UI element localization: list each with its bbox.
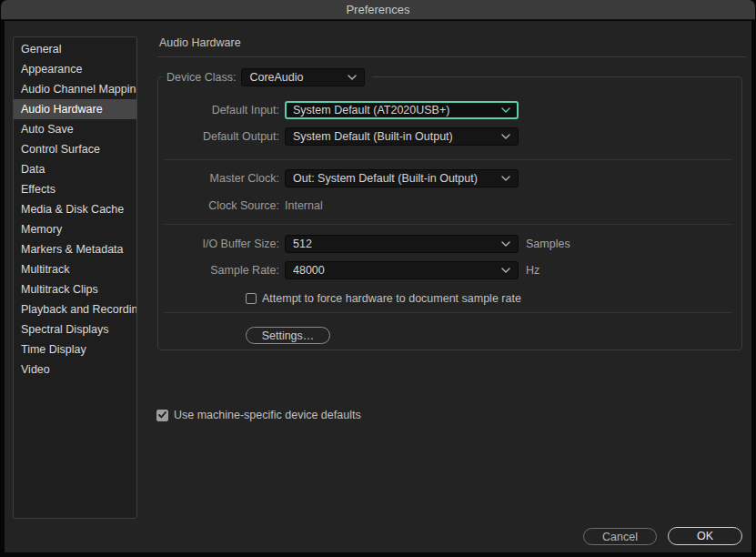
io-buffer-size-label: I/O Buffer Size: — [161, 235, 279, 253]
sidebar-item-appearance[interactable]: Appearance — [14, 59, 136, 79]
default-input-dropdown[interactable]: System Default (AT2020USB+) — [285, 101, 519, 119]
window-title: Preferences — [346, 3, 409, 16]
master-clock-dropdown[interactable]: Out: System Default (Built-in Output) — [285, 169, 519, 187]
chevron-down-icon — [501, 134, 510, 139]
force-sample-rate-label: Attempt to force hardware to document sa… — [262, 292, 521, 305]
default-output-value: System Default (Built-in Output) — [293, 130, 453, 143]
sidebar-item-spectral-displays[interactable]: Spectral Displays — [14, 319, 136, 339]
sidebar-item-audio-channel-mapping[interactable]: Audio Channel Mapping — [14, 79, 136, 99]
device-class-dropdown[interactable]: CoreAudio — [241, 68, 365, 86]
ok-button[interactable]: OK — [668, 527, 742, 545]
io-buffer-size-dropdown[interactable]: 512 — [285, 235, 519, 253]
chevron-down-icon — [501, 268, 510, 273]
machine-defaults-checkbox-row[interactable]: Use machine-specific device defaults — [156, 409, 361, 421]
default-output-dropdown[interactable]: System Default (Built-in Output) — [285, 127, 519, 146]
window-titlebar[interactable]: Preferences — [1, 0, 755, 20]
sidebar-item-video[interactable]: Video — [14, 360, 136, 380]
default-output-label: Default Output: — [161, 127, 279, 146]
master-clock-value: Out: System Default (Built-in Output) — [293, 172, 478, 185]
device-class-value: CoreAudio — [249, 71, 303, 84]
chevron-down-icon — [501, 241, 510, 247]
master-clock-label: Master Clock: — [161, 169, 279, 187]
chevron-down-icon — [501, 107, 510, 113]
sidebar-item-memory[interactable]: Memory — [14, 219, 136, 239]
sidebar-item-time-display[interactable]: Time Display — [14, 339, 136, 360]
clock-source-label: Clock Source: — [161, 197, 279, 215]
sidebar-item-markers-metadata[interactable]: Markers & Metadata — [14, 239, 136, 259]
title-divider — [157, 56, 746, 57]
cancel-button[interactable]: Cancel — [583, 528, 657, 545]
sidebar-item-playback-recording[interactable]: Playback and Recording — [14, 299, 136, 319]
page-title: Audio Hardware — [159, 36, 241, 49]
sample-rate-dropdown[interactable]: 48000 — [285, 261, 519, 279]
sample-rate-value: 48000 — [293, 264, 325, 277]
sidebar-item-media-disk-cache[interactable]: Media & Disk Cache — [14, 199, 136, 219]
chevron-down-icon — [501, 176, 510, 181]
check-icon — [158, 411, 166, 419]
sidebar-item-audio-hardware[interactable]: Audio Hardware — [14, 99, 136, 119]
sidebar-item-auto-save[interactable]: Auto Save — [14, 119, 136, 139]
device-class-row: Device Class: CoreAudio — [163, 67, 372, 86]
section-divider — [165, 224, 732, 225]
sample-rate-unit: Hz — [526, 261, 539, 279]
sidebar-item-general[interactable]: General — [14, 39, 136, 59]
default-input-label: Default Input: — [161, 101, 279, 119]
default-input-value: System Default (AT2020USB+) — [293, 104, 449, 116]
sidebar-item-data[interactable]: Data — [14, 159, 136, 179]
sidebar-item-multitrack[interactable]: Multitrack — [14, 259, 136, 279]
force-sample-rate-checkbox-row[interactable]: Attempt to force hardware to document sa… — [246, 292, 521, 305]
io-buffer-size-value: 512 — [293, 238, 312, 250]
sidebar-item-multitrack-clips[interactable]: Multitrack Clips — [14, 279, 136, 299]
section-divider — [165, 159, 732, 160]
clock-source-value: Internal — [285, 197, 323, 215]
chevron-down-icon — [348, 75, 357, 80]
sidebar-item-control-surface[interactable]: Control Surface — [14, 139, 136, 159]
settings-button[interactable]: Settings… — [246, 327, 330, 344]
sidebar-item-effects[interactable]: Effects — [14, 179, 136, 199]
checkbox-checked-icon[interactable] — [156, 410, 168, 421]
checkbox-unchecked-icon[interactable] — [246, 293, 257, 304]
machine-defaults-label: Use machine-specific device defaults — [174, 409, 361, 421]
io-buffer-unit: Samples — [526, 235, 570, 253]
device-class-label: Device Class: — [166, 71, 236, 84]
preferences-category-list: General Appearance Audio Channel Mapping… — [13, 36, 137, 519]
sample-rate-label: Sample Rate: — [161, 261, 279, 279]
section-divider — [165, 312, 732, 313]
preferences-dialog: General Appearance Audio Channel Mapping… — [5, 21, 751, 552]
